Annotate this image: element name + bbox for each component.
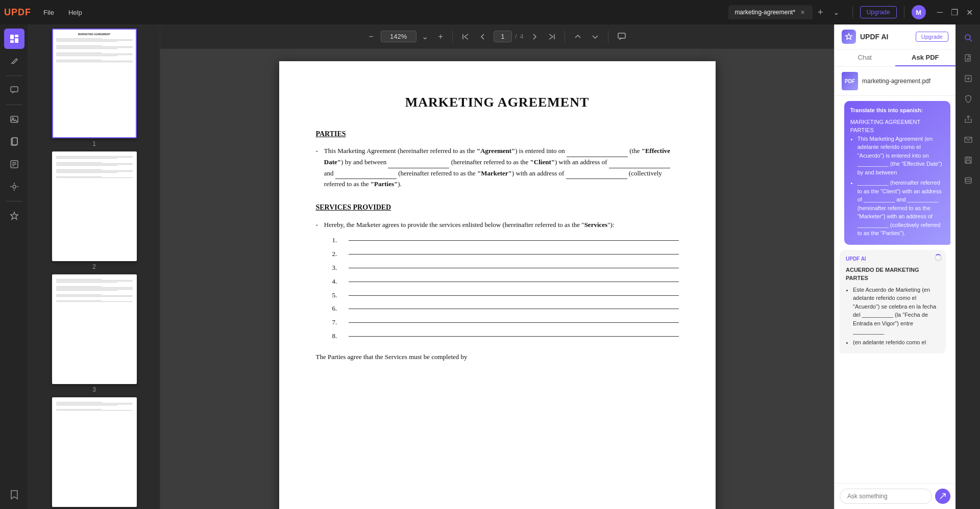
ai-upgrade-button[interactable]: Upgrade [916, 32, 948, 42]
pdf-list-line-3 [349, 268, 679, 268]
ai-input-field[interactable] [840, 489, 932, 504]
tab-marketing-agreement[interactable]: marketing-agreement* ✕ [728, 5, 813, 19]
pdf-blank-2 [388, 157, 449, 168]
nav-prev-button[interactable] [476, 31, 489, 42]
right-icon-protect[interactable] [959, 90, 977, 108]
nav-next-button[interactable] [528, 31, 541, 42]
svg-point-14 [13, 185, 16, 188]
pdf-list-item-3: 3. [332, 263, 679, 273]
upgrade-button[interactable]: Upgrade [860, 6, 897, 18]
thumb-image-1: MARKETING AGREEMENT [52, 29, 137, 138]
ai-messages: Translate this into spanish: MARKETING A… [835, 96, 955, 483]
user-avatar[interactable]: M [912, 5, 926, 19]
ai-loading-spinner [935, 254, 942, 261]
sidebar-separator2 [6, 105, 22, 105]
pdf-viewer: − 142% ⌄ + / 4 [160, 24, 834, 509]
ai-title: UPDF AI [860, 33, 888, 41]
ai-panel-header: UPDF AI Upgrade [835, 24, 955, 49]
thumb-label-3: 3 [92, 386, 96, 393]
tab-label: marketing-agreement* [734, 9, 795, 16]
thumbnail-page-3[interactable]: 3 [33, 274, 156, 393]
thumb-image-4 [52, 397, 137, 507]
svg-rect-3 [10, 40, 14, 43]
pdf-section-parties: PARTIES [316, 129, 679, 140]
page-separator: / [515, 33, 517, 40]
sidebar-icon-tools[interactable] [4, 176, 24, 197]
ai-input-area [835, 483, 955, 509]
sidebar-icon-view[interactable] [4, 29, 24, 49]
right-icon-edit2[interactable] [959, 69, 977, 88]
tab-ask-pdf[interactable]: Ask PDF [895, 49, 956, 66]
pdf-list-line-8 [349, 336, 679, 337]
zoom-control: 142% ⌄ [381, 30, 431, 43]
sidebar-icon-edit[interactable] [4, 51, 24, 71]
pdf-list-item-1: 1. [332, 235, 679, 246]
pdf-list-line-2 [349, 254, 679, 254]
ai-tabs: Chat Ask PDF [835, 49, 955, 67]
file-menu-button[interactable]: File [37, 6, 60, 19]
help-menu-button[interactable]: Help [62, 6, 88, 19]
ai-user-bullet-2: __________ (hereinafter referred to as t… [857, 179, 944, 238]
pdf-bold-agreement: "Agreement" [477, 147, 516, 155]
svg-rect-27 [965, 55, 970, 61]
right-icon-database[interactable] [959, 171, 977, 190]
pdf-list-num-1: 1. [332, 235, 342, 246]
ai-response-title: ACUERDO DE MARKETING PARTES [846, 266, 940, 283]
maximize-button[interactable]: ❐ [948, 6, 961, 19]
minimize-button[interactable]: ─ [934, 6, 946, 19]
zoom-display[interactable]: 142% [381, 31, 416, 42]
toolbar-sep1 [452, 31, 453, 43]
sidebar-icon-comment[interactable] [4, 80, 24, 100]
ai-send-button[interactable] [935, 489, 950, 504]
thumbnail-page-2[interactable]: 2 [33, 151, 156, 270]
pdf-content-area[interactable]: MARKETING AGREEMENT PARTIES - This Marke… [160, 49, 834, 509]
zoom-out-button[interactable]: − [365, 30, 376, 43]
pdf-paragraph-2: - Hereby, the Marketer agrees to provide… [316, 220, 679, 231]
page-total: 4 [520, 33, 524, 40]
zoom-in-button[interactable]: + [435, 30, 446, 43]
svg-rect-2 [15, 38, 18, 43]
nav-up-button[interactable] [571, 31, 584, 42]
right-icon-mail[interactable] [959, 131, 977, 149]
sidebar-icon-pages[interactable] [4, 132, 24, 152]
right-icon-search[interactable] [959, 29, 977, 47]
nav-down-button[interactable] [589, 31, 602, 42]
nav-last-button[interactable] [545, 31, 558, 42]
nav-first-button[interactable] [459, 31, 472, 42]
tab-chat[interactable]: Chat [835, 49, 895, 66]
svg-point-25 [965, 35, 970, 40]
pdf-section-services: SERVICES PROVIDED [316, 202, 679, 213]
pdf-closing-paragraph: The Parties agree that the Services must… [316, 352, 679, 363]
sidebar-icon-ai[interactable] [4, 206, 24, 226]
thumbnail-page-1[interactable]: MARKETING AGREEMENT [33, 29, 156, 147]
pdf-list-line-5 [349, 295, 679, 296]
add-tab-button[interactable]: + [814, 5, 827, 20]
pdf-bold-parties: "Parties" [371, 180, 398, 188]
ai-response-list: Este Acuerdo de Marketing (en adelante r… [846, 286, 940, 347]
svg-rect-8 [12, 138, 17, 145]
ai-logo-icon [842, 30, 856, 44]
pdf-list-num-8: 8. [332, 331, 342, 342]
thumbnail-page-4[interactable]: 4 [33, 397, 156, 509]
sidebar-icon-forms[interactable] [4, 154, 24, 174]
svg-rect-0 [10, 35, 14, 39]
app-logo: UPDF [4, 7, 31, 18]
right-icon-pdf-convert[interactable] [959, 49, 977, 67]
page-number-input[interactable] [494, 31, 512, 42]
svg-rect-22 [618, 33, 625, 38]
pdf-list-num-5: 5. [332, 290, 342, 301]
ai-sender-label: UPDF AI [846, 255, 940, 263]
tab-close-button[interactable]: ✕ [798, 8, 806, 16]
close-button[interactable]: ✕ [963, 6, 976, 19]
right-icon-save[interactable] [959, 151, 977, 169]
zoom-dropdown-button[interactable]: ⌄ [419, 30, 431, 43]
pdf-list-num-6: 6. [332, 303, 342, 314]
sidebar-icon-image[interactable] [4, 109, 24, 130]
separator2 [904, 6, 904, 18]
comment-button[interactable] [615, 31, 629, 43]
right-icon-share[interactable] [959, 110, 977, 129]
svg-marker-19 [11, 212, 18, 219]
sidebar-icon-bookmark[interactable] [4, 485, 24, 505]
sidebar-separator3 [6, 201, 22, 201]
dropdown-button[interactable]: ⌄ [827, 6, 845, 19]
